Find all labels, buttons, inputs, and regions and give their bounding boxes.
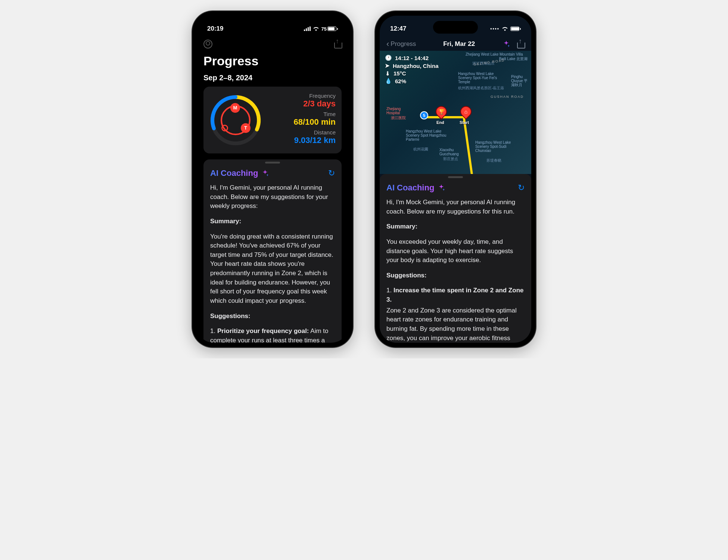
dynamic-island bbox=[433, 21, 478, 34]
svg-rect-0 bbox=[304, 29, 305, 31]
clock-icon: 🕐 bbox=[385, 55, 392, 61]
map[interactable]: Zhejiang West Lake Mountain Villa 浙江西湖山庄… bbox=[380, 51, 531, 174]
phone-left: 20:19 75 Progress Sep 2–8, 2024 bbox=[192, 11, 353, 347]
status-time: 12:47 bbox=[390, 25, 406, 32]
waypoint-marker: 5 bbox=[420, 111, 428, 119]
status-icons: 75 bbox=[304, 26, 338, 32]
day-marker: T bbox=[241, 123, 251, 133]
status-icons: •••• bbox=[490, 26, 521, 31]
svg-rect-2 bbox=[308, 27, 309, 31]
coaching-body: Hi, I'm Gemini, your personal AI running… bbox=[210, 183, 335, 343]
humidity-icon: 💧 bbox=[385, 78, 392, 84]
day-marker-empty bbox=[221, 125, 228, 131]
sheet-grabber[interactable] bbox=[448, 176, 463, 178]
ai-coaching-card[interactable]: AI Coaching ↻ Hi, I'm Gemini, your perso… bbox=[203, 159, 342, 343]
time-label: Time bbox=[268, 111, 336, 117]
refresh-icon[interactable]: ↻ bbox=[518, 183, 525, 193]
nav-title: Fri, Mar 22 bbox=[443, 40, 475, 48]
sparkle-icon bbox=[437, 184, 445, 192]
nav-bar: ‹Progress Fri, Mar 22 bbox=[380, 36, 531, 51]
date-range: Sep 2–8, 2024 bbox=[203, 74, 342, 82]
coaching-title: AI Coaching bbox=[386, 183, 445, 193]
sparkle-icon bbox=[261, 169, 269, 177]
progress-rings: M T bbox=[209, 94, 262, 146]
coaching-title: AI Coaching bbox=[210, 168, 269, 178]
time-value: 68/100 min bbox=[268, 117, 336, 127]
nav-bar bbox=[197, 36, 348, 51]
run-info-overlay: 🕐14:12 - 14:42 ➤Hangzhou, China 🌡15°C 💧6… bbox=[385, 55, 439, 85]
frequency-value: 2/3 days bbox=[268, 99, 336, 109]
ai-coaching-card[interactable]: AI Coaching ↻ Hi, I'm Mock Gemini, your … bbox=[380, 174, 531, 343]
distance-value: 9.03/12 km bbox=[268, 136, 336, 145]
stats-list: Frequency 2/3 days Time 68/100 min Dista… bbox=[268, 93, 336, 147]
svg-rect-3 bbox=[309, 27, 311, 31]
svg-rect-1 bbox=[306, 28, 307, 31]
coaching-body: Hi, I'm Mock Gemini, your personal AI ru… bbox=[386, 198, 525, 343]
stats-card[interactable]: M T Frequency 2/3 days Time 68/100 min D… bbox=[203, 87, 342, 153]
refresh-icon[interactable]: ↻ bbox=[328, 168, 335, 178]
back-button[interactable]: ‹Progress bbox=[386, 39, 416, 49]
share-icon[interactable] bbox=[517, 40, 525, 49]
battery-icon bbox=[510, 27, 521, 31]
distance-label: Distance bbox=[268, 129, 336, 136]
page-title: Progress bbox=[203, 54, 342, 68]
day-marker: M bbox=[230, 103, 240, 113]
frequency-label: Frequency bbox=[268, 93, 336, 99]
thermometer-icon: 🌡 bbox=[385, 70, 391, 77]
sparkle-icon[interactable] bbox=[502, 40, 510, 48]
share-icon[interactable] bbox=[334, 40, 342, 49]
battery-icon: 75 bbox=[321, 26, 338, 32]
phone-right: 12:47 •••• ‹Progress Fri, Mar 22 Zhejian… bbox=[375, 11, 536, 347]
sheet-grabber[interactable] bbox=[265, 162, 280, 164]
status-time: 20:19 bbox=[207, 25, 223, 32]
profile-icon[interactable] bbox=[203, 40, 212, 49]
dynamic-island bbox=[250, 21, 295, 34]
location-icon: ➤ bbox=[385, 62, 390, 69]
